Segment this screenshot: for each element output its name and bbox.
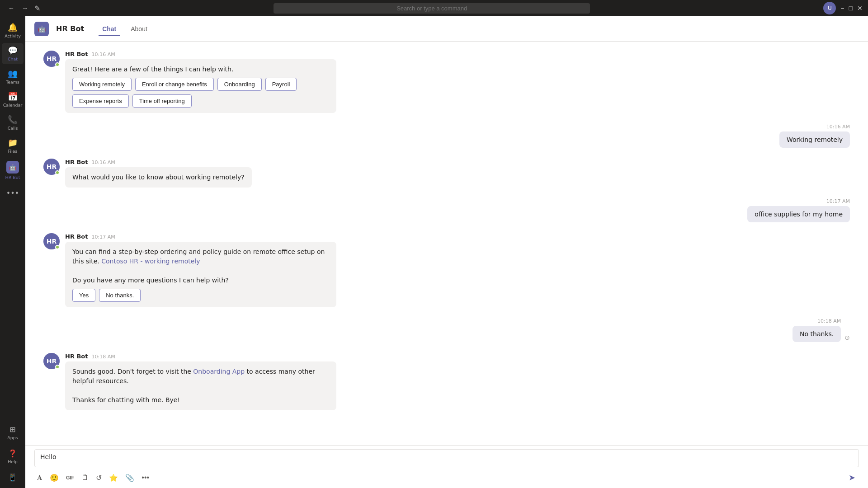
choice-time-off[interactable]: Time off reporting [132, 94, 192, 108]
choice-no-thanks[interactable]: No thanks. [99, 289, 141, 302]
app-body: 🔔 Activity 💬 Chat 👥 Teams 📅 Calendar 📞 C… [0, 16, 868, 488]
message-group-7: HR HR Bot 10:18 AM Sounds good. Don't fo… [43, 353, 850, 410]
sidebar-item-teams[interactable]: 👥 Teams [2, 66, 24, 87]
gif-button[interactable]: GIF [63, 473, 77, 482]
user-bubble-6: No thanks. [793, 326, 841, 342]
user-avatar: U [823, 2, 836, 14]
choice-buttons-5: Yes No thanks. [72, 289, 329, 302]
message-meta-7: HR Bot 10:18 AM [65, 353, 336, 360]
message-bubble-3: What would you like to know about workin… [65, 167, 252, 188]
content-area: 🤖 HR Bot Chat About HR HR Bot 10:16 AM [25, 16, 868, 488]
back-button[interactable]: ← [5, 3, 17, 14]
message-bubble-7: Sounds good. Don't forget to visit the O… [65, 361, 336, 410]
tab-chat[interactable]: Chat [95, 22, 123, 36]
choice-expense-reports[interactable]: Expense reports [72, 94, 129, 108]
choice-enroll-benefits[interactable]: Enroll or change benefits [135, 78, 214, 91]
sidebar-item-chat[interactable]: 💬 Chat [2, 43, 24, 64]
bot-avatar-1: HR [43, 51, 60, 67]
onboarding-app-link[interactable]: Onboarding App [193, 368, 245, 375]
bot-avatar-3: HR [43, 159, 60, 175]
sidebar-item-apps[interactable]: ⊞ Apps [2, 422, 24, 443]
nav-bottom: ⊞ Apps ❓ Help 📱 [2, 422, 24, 484]
sidebar-item-calendar[interactable]: 📅 Calendar [2, 89, 24, 110]
choice-yes[interactable]: Yes [72, 289, 95, 302]
sidebar-item-activity[interactable]: 🔔 Activity [2, 20, 24, 41]
message-group-3: HR HR Bot 10:16 AM What would you like t… [43, 159, 850, 188]
maximize-button[interactable]: □ [849, 5, 853, 12]
format-button[interactable]: 𝐀 [34, 472, 45, 483]
message-time-5: 10:17 AM [91, 234, 115, 240]
sticker-button[interactable]: 🗒 [79, 472, 91, 483]
loop-button[interactable]: ↺ [93, 472, 104, 484]
calls-icon: 📞 [8, 115, 18, 124]
user-message-6: 10:18 AM No thanks. [793, 318, 841, 342]
forward-button[interactable]: → [19, 3, 31, 14]
message-content-3: HR Bot 10:16 AM What would you like to k… [65, 159, 252, 188]
chat-title: HR Bot [56, 24, 84, 33]
calendar-icon: 📅 [8, 92, 18, 101]
help-icon: ❓ [8, 449, 17, 458]
compose-button[interactable]: ✎ [34, 4, 40, 13]
sidebar-item-device[interactable]: 📱 [2, 470, 24, 484]
praise-button[interactable]: ⭐ [106, 472, 121, 484]
chat-input-box[interactable]: Hello [34, 449, 859, 467]
msg7-text2: Thanks for chatting with me. Bye! [72, 396, 180, 404]
bot-status-3 [55, 170, 60, 175]
message-time-1: 10:16 AM [91, 52, 115, 57]
message-group-6: 10:18 AM No thanks. ⊙ [43, 318, 850, 342]
choice-working-remotely[interactable]: Working remotely [72, 78, 132, 91]
choice-onboarding[interactable]: Onboarding [217, 78, 262, 91]
hrbot-icon: 🤖 [6, 161, 19, 174]
files-icon: 📁 [8, 138, 18, 147]
chat-header: 🤖 HR Bot Chat About [25, 16, 868, 42]
minimize-button[interactable]: − [840, 5, 844, 12]
message-meta-5: HR Bot 10:17 AM [65, 233, 336, 240]
sidebar-item-calendar-label: Calendar [3, 103, 23, 108]
device-icon: 📱 [8, 473, 17, 482]
sidebar-item-activity-label: Activity [5, 33, 21, 38]
sidebar-item-hrbot[interactable]: 🤖 HR Bot [2, 158, 24, 183]
hrbot-header-icon: 🤖 [34, 22, 49, 36]
user-message-4: 10:17 AM office supplies for my home [747, 198, 850, 222]
message-meta-1: HR Bot 10:16 AM [65, 51, 336, 57]
sidebar-item-calls[interactable]: 📞 Calls [2, 112, 24, 133]
chat-icon: 💬 [8, 46, 18, 55]
close-button[interactable]: ✕ [857, 5, 863, 12]
search-input[interactable] [274, 3, 590, 14]
message-sender-3: HR Bot [65, 159, 88, 165]
message-group-4: 10:17 AM office supplies for my home [43, 198, 850, 222]
reaction-icon-6[interactable]: ⊙ [844, 334, 850, 342]
title-bar-left: ← → ✎ [5, 3, 40, 14]
more-apps-button[interactable]: ••• [2, 186, 24, 200]
activity-icon: 🔔 [8, 23, 18, 32]
contoso-link[interactable]: Contoso HR - working remotely [101, 258, 200, 265]
user-time-2: 10:16 AM [826, 124, 850, 130]
message-sender-5: HR Bot [65, 233, 88, 240]
message-time-7: 10:18 AM [91, 354, 115, 360]
tab-about[interactable]: About [123, 22, 155, 36]
user-bubble-2: Working remotely [779, 131, 850, 148]
message-group-2: 10:16 AM Working remotely [43, 124, 850, 148]
emoji-button[interactable]: 🙂 [47, 472, 61, 484]
msg7-text-before: Sounds good. Don't forget to visit the [72, 368, 193, 375]
sidebar-item-help[interactable]: ❓ Help [2, 446, 24, 467]
bot-status-indicator [55, 62, 60, 67]
apps-icon: ⊞ [9, 425, 15, 434]
sidebar-item-teams-label: Teams [6, 80, 19, 84]
bot-avatar-7: HR [43, 353, 60, 369]
bot-avatar-5: HR [43, 233, 60, 249]
more-icon: ••• [6, 189, 19, 197]
message-group-1: HR HR Bot 10:16 AM Great! Here are a few… [43, 51, 850, 113]
send-button[interactable]: ➤ [845, 471, 859, 484]
user-message-2: 10:16 AM Working remotely [779, 124, 850, 148]
choice-buttons-1: Working remotely Enroll or change benefi… [72, 78, 329, 108]
message-content-5: HR Bot 10:17 AM You can find a step-by-s… [65, 233, 336, 307]
attach-button[interactable]: 📎 [123, 472, 137, 484]
sidebar-item-files[interactable]: 📁 Files [2, 135, 24, 156]
choice-payroll[interactable]: Payroll [265, 78, 297, 91]
title-bar-right: U − □ ✕ [823, 2, 863, 14]
more-toolbar-button[interactable]: ••• [139, 472, 152, 483]
sidebar-item-chat-label: Chat [8, 56, 18, 61]
user-avatar-button[interactable]: U [823, 2, 836, 14]
teams-icon: 👥 [8, 69, 18, 78]
